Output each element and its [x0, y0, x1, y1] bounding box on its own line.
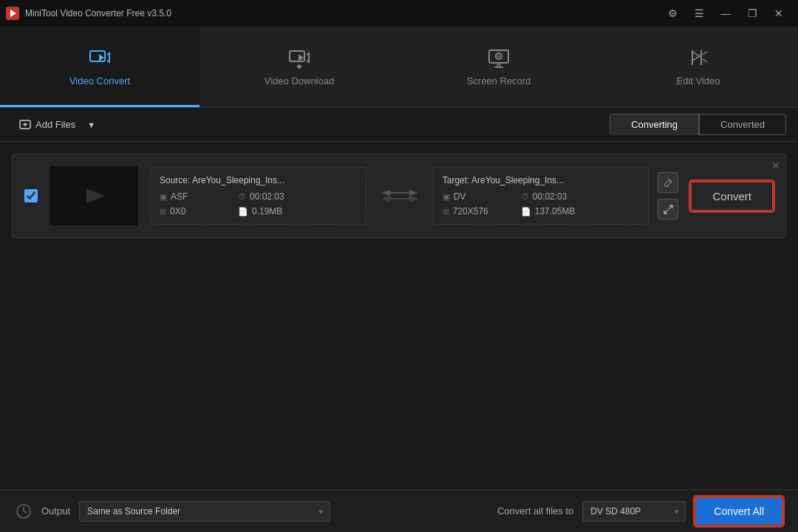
tab-edit-video-label: Edit Video	[676, 75, 720, 86]
app-logo	[6, 7, 19, 20]
convert-all-files-label: Convert all files to	[497, 505, 573, 516]
tab-screen-record-label: Screen Record	[467, 75, 531, 86]
output-label: Output	[41, 505, 70, 516]
source-format: ASF	[171, 191, 188, 202]
expand-icon	[663, 204, 673, 214]
svg-line-14	[703, 59, 707, 62]
preview-target-button[interactable]	[658, 199, 678, 219]
source-duration: 00:02:03	[250, 191, 284, 202]
bottom-bar: Output Same as Source Folder ▼ Convert a…	[0, 489, 798, 532]
svg-marker-20	[381, 196, 418, 202]
file-thumbnail	[50, 166, 138, 225]
target-row2: ⊞ 720X576 📄 137.05MB	[443, 206, 640, 216]
file-card: Source: AreYou_Sleeping_Ins... ▣ ASF ⏱ 0…	[12, 154, 786, 238]
convert-button[interactable]: Convert	[690, 181, 774, 211]
tab-edit-video[interactable]: Edit Video	[598, 27, 798, 107]
svg-marker-19	[381, 190, 418, 196]
svg-marker-5	[299, 54, 304, 61]
format-select[interactable]: DV SD 480PDV SD 576PDV HD 720PDV HD 1080…	[582, 501, 686, 522]
resolution-icon: ⊞	[160, 207, 166, 216]
target-size: 137.05MB	[535, 206, 576, 216]
nav-tabs: Video Convert Video Download Screen Reco…	[0, 27, 798, 108]
source-size-item: 📄 0.19MB	[238, 206, 304, 216]
toolbar: Add Files ▼ Converting Converted	[0, 108, 798, 142]
svg-marker-3	[99, 54, 104, 61]
minimize-button[interactable]: —	[712, 0, 739, 27]
source-row1: ▣ ASF ⏱ 00:02:03	[160, 191, 357, 202]
source-format-item: ▣ ASF	[160, 191, 226, 202]
svg-rect-2	[90, 51, 105, 61]
title-bar-controls: ⚙ ☰ — ❐ ✕	[659, 0, 792, 27]
convert-all-button[interactable]: Convert All	[695, 497, 783, 526]
close-button[interactable]: ✕	[765, 0, 792, 27]
source-resolution-item: ⊞ 0X0	[160, 206, 226, 216]
target-format: DV	[454, 191, 466, 202]
source-duration-item: ⏱ 00:02:03	[238, 191, 304, 202]
format-icon: ▣	[160, 192, 167, 202]
source-header: Source: AreYou_Sleeping_Ins...	[160, 175, 357, 185]
add-files-main-button[interactable]: Add Files	[12, 115, 83, 135]
restore-button[interactable]: ❐	[739, 0, 765, 27]
video-download-icon	[287, 46, 311, 69]
output-clock-icon	[15, 502, 33, 520]
source-label: Source:	[160, 175, 190, 185]
source-row2: ⊞ 0X0 📄 0.19MB	[160, 206, 357, 216]
target-format-icon: ▣	[443, 192, 450, 202]
edit-target-button[interactable]	[658, 172, 678, 193]
svg-line-26	[24, 511, 27, 513]
add-files-dropdown-button[interactable]: ▼	[83, 116, 100, 134]
title-bar-left: MiniTool Video Converter Free v3.5.0	[6, 7, 171, 20]
svg-marker-18	[86, 188, 105, 203]
target-resolution-icon: ⊞	[443, 207, 449, 216]
thumbnail-play-icon	[79, 185, 109, 207]
add-files-label: Add Files	[35, 119, 75, 130]
source-panel: Source: AreYou_Sleeping_Ins... ▣ ASF ⏱ 0…	[150, 167, 366, 225]
title-bar: MiniTool Video Converter Free v3.5.0 ⚙ ☰…	[0, 0, 798, 27]
screen-record-icon	[487, 46, 511, 69]
source-resolution: 0X0	[170, 206, 185, 216]
source-filename: AreYou_Sleeping_Ins...	[192, 175, 284, 185]
target-actions	[658, 172, 678, 219]
file-checkbox[interactable]	[24, 189, 38, 202]
target-duration-item: ⏱ 00:02:03	[521, 191, 587, 202]
tab-video-download-label: Video Download	[265, 75, 334, 86]
target-clock-icon: ⏱	[521, 192, 529, 201]
tab-video-download[interactable]: Video Download	[200, 27, 399, 107]
tab-video-convert-label: Video Convert	[69, 75, 130, 86]
app-title: MiniTool Video Converter Free v3.5.0	[25, 8, 171, 18]
tab-screen-record[interactable]: Screen Record	[399, 27, 598, 107]
plus-icon	[19, 119, 31, 131]
svg-line-13	[703, 52, 707, 55]
target-label: Target:	[443, 175, 470, 185]
menu-button[interactable]: ☰	[686, 0, 712, 27]
output-folder-wrapper: Same as Source Folder ▼	[79, 501, 330, 522]
settings-button[interactable]: ⚙	[659, 0, 686, 27]
target-format-item: ▣ DV	[443, 191, 509, 202]
target-row1: ▣ DV ⏱ 00:02:03	[443, 191, 640, 202]
file-info-section: Source: AreYou_Sleeping_Ins... ▣ ASF ⏱ 0…	[150, 167, 678, 225]
target-duration: 00:02:03	[533, 191, 567, 202]
format-select-wrapper: DV SD 480PDV SD 576PDV HD 720PDV HD 1080…	[582, 501, 686, 522]
target-resolution-item: ⊞ 720X576	[443, 206, 509, 216]
file-card-wrapper: Source: AreYou_Sleeping_Ins... ▣ ASF ⏱ 0…	[12, 154, 786, 238]
main-content: Source: AreYou_Sleeping_Ins... ▣ ASF ⏱ 0…	[0, 142, 798, 489]
tab-video-convert[interactable]: Video Convert	[0, 27, 200, 107]
source-size: 0.19MB	[252, 206, 282, 216]
target-resolution: 720X576	[453, 206, 488, 216]
target-header: Target: AreYou_Sleeping_Ins...	[443, 175, 640, 185]
video-convert-icon	[88, 46, 112, 69]
edit-icon	[663, 177, 673, 188]
target-panel: Target: AreYou_Sleeping_Ins... ▣ DV ⏱ 00…	[433, 167, 649, 225]
edit-video-icon	[686, 46, 710, 69]
sub-tab-converted[interactable]: Converted	[699, 114, 786, 135]
sub-tab-converting[interactable]: Converting	[610, 114, 699, 135]
target-file-icon: 📄	[521, 207, 531, 216]
clock-icon: ⏱	[238, 192, 246, 201]
target-filename: AreYou_Sleeping_Ins...	[471, 175, 564, 185]
output-folder-select[interactable]: Same as Source Folder	[79, 501, 330, 522]
arrow-section	[375, 187, 424, 205]
target-size-item: 📄 137.05MB	[521, 206, 587, 216]
convert-arrows-icon	[381, 187, 418, 205]
card-close-button[interactable]: ✕	[771, 160, 780, 171]
sub-tabs: Converting Converted	[610, 114, 786, 135]
